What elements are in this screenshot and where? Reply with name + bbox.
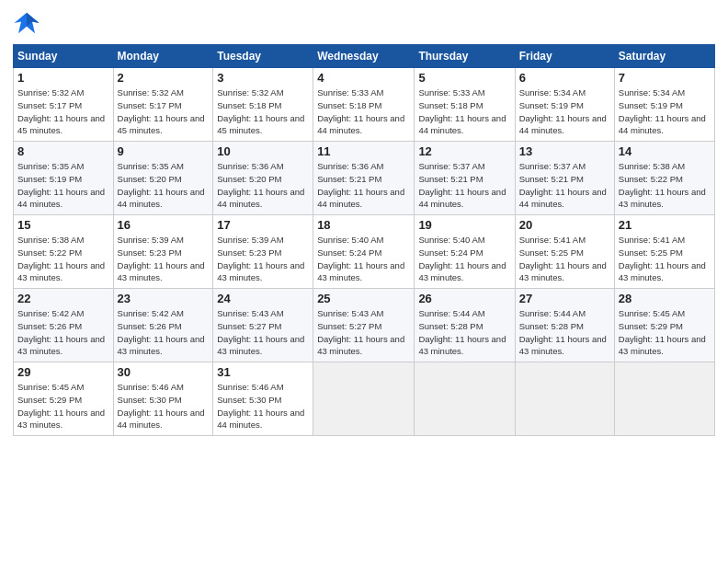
day-cell-19: 19 Sunrise: 5:40 AMSunset: 5:24 PMDaylig…	[415, 215, 515, 289]
day-info: Sunrise: 5:36 AMSunset: 5:21 PMDaylight:…	[317, 160, 410, 211]
day-number: 8	[17, 144, 109, 158]
page: SundayMondayTuesdayWednesdayThursdayFrid…	[0, 0, 728, 563]
svg-marker-1	[27, 13, 40, 27]
day-number: 9	[118, 144, 210, 158]
empty-cell	[515, 362, 614, 436]
header-cell-tuesday: Tuesday	[213, 45, 313, 68]
day-info: Sunrise: 5:40 AMSunset: 5:24 PMDaylight:…	[418, 234, 510, 284]
day-number: 5	[418, 71, 510, 85]
day-number: 27	[519, 292, 610, 305]
day-number: 18	[317, 218, 410, 232]
day-info: Sunrise: 5:32 AMSunset: 5:17 PMDaylight:…	[17, 86, 109, 137]
day-number: 7	[619, 71, 711, 85]
day-info: Sunrise: 5:35 AMSunset: 5:19 PMDaylight:…	[17, 160, 109, 211]
day-info: Sunrise: 5:35 AMSunset: 5:20 PMDaylight:…	[118, 160, 210, 211]
day-cell-27: 27 Sunrise: 5:44 AMSunset: 5:28 PMDaylig…	[515, 289, 614, 362]
day-cell-28: 28 Sunrise: 5:45 AMSunset: 5:29 PMDaylig…	[614, 289, 714, 362]
day-cell-9: 9 Sunrise: 5:35 AMSunset: 5:20 PMDayligh…	[113, 142, 213, 215]
day-info: Sunrise: 5:39 AMSunset: 5:23 PMDaylight:…	[118, 234, 210, 284]
day-cell-4: 4 Sunrise: 5:33 AMSunset: 5:18 PMDayligh…	[313, 68, 415, 142]
day-cell-25: 25 Sunrise: 5:43 AMSunset: 5:27 PMDaylig…	[313, 289, 415, 362]
day-info: Sunrise: 5:32 AMSunset: 5:17 PMDaylight:…	[118, 86, 210, 137]
day-cell-23: 23 Sunrise: 5:42 AMSunset: 5:26 PMDaylig…	[113, 289, 213, 362]
header	[13, 9, 715, 37]
day-number: 25	[317, 292, 410, 305]
day-cell-31: 31 Sunrise: 5:46 AMSunset: 5:30 PMDaylig…	[213, 362, 313, 436]
day-info: Sunrise: 5:41 AMSunset: 5:25 PMDaylight:…	[519, 234, 610, 284]
day-number: 16	[118, 218, 210, 232]
day-cell-20: 20 Sunrise: 5:41 AMSunset: 5:25 PMDaylig…	[515, 215, 614, 289]
day-number: 24	[217, 292, 309, 305]
day-info: Sunrise: 5:43 AMSunset: 5:27 PMDaylight:…	[317, 307, 410, 358]
empty-cell	[614, 362, 714, 436]
day-number: 15	[17, 218, 109, 232]
day-number: 13	[519, 144, 610, 158]
empty-cell	[313, 362, 415, 436]
day-number: 20	[519, 218, 610, 232]
header-cell-friday: Friday	[515, 45, 614, 68]
day-number: 21	[619, 218, 711, 232]
header-cell-thursday: Thursday	[415, 45, 515, 68]
day-cell-12: 12 Sunrise: 5:37 AMSunset: 5:21 PMDaylig…	[415, 142, 515, 215]
day-cell-10: 10 Sunrise: 5:36 AMSunset: 5:20 PMDaylig…	[213, 142, 313, 215]
logo-icon	[13, 9, 40, 37]
header-row: SundayMondayTuesdayWednesdayThursdayFrid…	[14, 45, 715, 68]
empty-cell	[415, 362, 515, 436]
day-info: Sunrise: 5:39 AMSunset: 5:23 PMDaylight:…	[217, 234, 309, 284]
day-cell-16: 16 Sunrise: 5:39 AMSunset: 5:23 PMDaylig…	[113, 215, 213, 289]
day-cell-13: 13 Sunrise: 5:37 AMSunset: 5:21 PMDaylig…	[515, 142, 614, 215]
day-info: Sunrise: 5:46 AMSunset: 5:30 PMDaylight:…	[118, 381, 210, 431]
day-cell-24: 24 Sunrise: 5:43 AMSunset: 5:27 PMDaylig…	[213, 289, 313, 362]
day-cell-15: 15 Sunrise: 5:38 AMSunset: 5:22 PMDaylig…	[14, 215, 114, 289]
day-info: Sunrise: 5:41 AMSunset: 5:25 PMDaylight:…	[619, 234, 711, 284]
day-cell-17: 17 Sunrise: 5:39 AMSunset: 5:23 PMDaylig…	[213, 215, 313, 289]
logo	[13, 9, 44, 37]
day-info: Sunrise: 5:44 AMSunset: 5:28 PMDaylight:…	[519, 307, 610, 358]
day-info: Sunrise: 5:42 AMSunset: 5:26 PMDaylight:…	[17, 307, 109, 358]
calendar-table: SundayMondayTuesdayWednesdayThursdayFrid…	[13, 44, 715, 436]
day-cell-6: 6 Sunrise: 5:34 AMSunset: 5:19 PMDayligh…	[515, 68, 614, 142]
day-info: Sunrise: 5:36 AMSunset: 5:20 PMDaylight:…	[217, 160, 309, 211]
header-cell-wednesday: Wednesday	[313, 45, 415, 68]
day-cell-2: 2 Sunrise: 5:32 AMSunset: 5:17 PMDayligh…	[113, 68, 213, 142]
day-number: 11	[317, 144, 410, 158]
header-cell-sunday: Sunday	[14, 45, 114, 68]
day-cell-22: 22 Sunrise: 5:42 AMSunset: 5:26 PMDaylig…	[14, 289, 114, 362]
day-cell-5: 5 Sunrise: 5:33 AMSunset: 5:18 PMDayligh…	[415, 68, 515, 142]
day-cell-18: 18 Sunrise: 5:40 AMSunset: 5:24 PMDaylig…	[313, 215, 415, 289]
day-cell-1: 1 Sunrise: 5:32 AMSunset: 5:17 PMDayligh…	[14, 68, 114, 142]
day-number: 12	[418, 144, 510, 158]
day-number: 6	[519, 71, 610, 85]
day-info: Sunrise: 5:42 AMSunset: 5:26 PMDaylight:…	[118, 307, 210, 358]
day-number: 22	[17, 292, 109, 305]
day-info: Sunrise: 5:37 AMSunset: 5:21 PMDaylight:…	[519, 160, 610, 211]
day-info: Sunrise: 5:38 AMSunset: 5:22 PMDaylight:…	[619, 160, 711, 211]
day-number: 19	[418, 218, 510, 232]
day-info: Sunrise: 5:34 AMSunset: 5:19 PMDaylight:…	[619, 86, 711, 137]
week-row-2: 8 Sunrise: 5:35 AMSunset: 5:19 PMDayligh…	[14, 142, 715, 215]
day-info: Sunrise: 5:44 AMSunset: 5:28 PMDaylight:…	[418, 307, 510, 358]
day-info: Sunrise: 5:40 AMSunset: 5:24 PMDaylight:…	[317, 234, 410, 284]
day-number: 29	[17, 365, 109, 379]
day-number: 14	[619, 144, 711, 158]
day-number: 4	[317, 71, 410, 85]
day-number: 30	[118, 365, 210, 379]
day-number: 23	[118, 292, 210, 305]
day-cell-14: 14 Sunrise: 5:38 AMSunset: 5:22 PMDaylig…	[614, 142, 714, 215]
week-row-5: 29 Sunrise: 5:45 AMSunset: 5:29 PMDaylig…	[14, 362, 715, 436]
day-info: Sunrise: 5:43 AMSunset: 5:27 PMDaylight:…	[217, 307, 309, 358]
day-number: 3	[217, 71, 309, 85]
day-cell-8: 8 Sunrise: 5:35 AMSunset: 5:19 PMDayligh…	[14, 142, 114, 215]
day-cell-30: 30 Sunrise: 5:46 AMSunset: 5:30 PMDaylig…	[113, 362, 213, 436]
day-cell-7: 7 Sunrise: 5:34 AMSunset: 5:19 PMDayligh…	[614, 68, 714, 142]
day-number: 2	[118, 71, 210, 85]
day-number: 28	[619, 292, 711, 305]
day-number: 26	[418, 292, 510, 305]
day-info: Sunrise: 5:33 AMSunset: 5:18 PMDaylight:…	[418, 86, 510, 137]
day-info: Sunrise: 5:34 AMSunset: 5:19 PMDaylight:…	[519, 86, 610, 137]
header-cell-monday: Monday	[113, 45, 213, 68]
day-number: 1	[17, 71, 109, 85]
day-info: Sunrise: 5:38 AMSunset: 5:22 PMDaylight:…	[17, 234, 109, 284]
day-cell-11: 11 Sunrise: 5:36 AMSunset: 5:21 PMDaylig…	[313, 142, 415, 215]
day-number: 10	[217, 144, 309, 158]
